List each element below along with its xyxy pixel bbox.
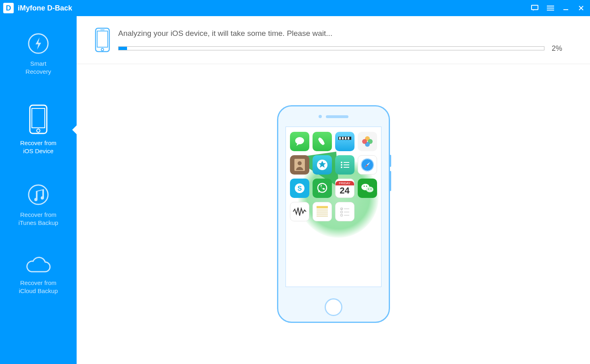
progress-percent: 2%	[552, 44, 568, 53]
svg-rect-46	[317, 206, 328, 208]
close-button[interactable]	[577, 4, 585, 12]
svg-rect-30	[344, 162, 349, 163]
sidebar-item-itunes-backup[interactable]: Recover from iTunes Backup	[0, 179, 77, 231]
feedback-icon[interactable]	[531, 4, 539, 12]
progress-row: 2%	[118, 44, 568, 53]
phone-mini-icon	[95, 27, 110, 54]
svg-point-45	[370, 189, 371, 189]
svg-point-44	[368, 189, 369, 189]
cloud-icon	[25, 256, 52, 276]
skype-app-icon: S	[290, 179, 309, 198]
safari-app-icon	[358, 155, 377, 175]
phone-side-button-icon	[390, 155, 391, 167]
phone-app-icon	[313, 132, 332, 151]
phone-speaker-icon	[278, 106, 389, 127]
menu-icon[interactable]	[546, 4, 555, 12]
progress-column: Analyzing your iOS device, it will take …	[118, 29, 568, 53]
phone-side-button-icon	[390, 171, 391, 191]
svg-point-41	[366, 187, 373, 192]
phone-icon	[29, 104, 48, 136]
svg-rect-34	[344, 167, 349, 168]
sidebar-item-ios-device[interactable]: Recover from iOS Device	[0, 100, 77, 160]
music-note-icon	[27, 183, 50, 208]
svg-rect-0	[532, 5, 538, 10]
phone-screen: S FRIDAY24	[286, 127, 382, 287]
svg-rect-32	[344, 164, 349, 165]
lightning-icon	[27, 32, 50, 56]
svg-rect-20	[345, 137, 346, 139]
home-button-icon	[325, 298, 342, 316]
svg-rect-49	[317, 214, 328, 214]
svg-rect-48	[317, 212, 328, 212]
progress-fill	[119, 47, 127, 50]
app-title: iMyfone D-Back	[18, 4, 72, 12]
svg-point-16	[295, 137, 304, 144]
svg-rect-21	[348, 137, 349, 139]
titlebar: D iMyfone D-Back	[0, 0, 590, 16]
svg-point-27	[298, 161, 302, 165]
svg-point-53	[340, 211, 342, 213]
app-grid: S FRIDAY24	[289, 132, 378, 221]
svg-point-10	[37, 129, 40, 132]
svg-rect-9	[32, 108, 45, 128]
messages-app-icon	[290, 132, 309, 151]
window-controls	[531, 4, 585, 12]
svg-point-31	[341, 164, 342, 166]
progress-bar	[118, 46, 544, 50]
sidebar-item-label: Smart Recovery	[25, 60, 51, 76]
app-window: D iMyfone D-Back Smart R	[0, 0, 590, 364]
svg-rect-54	[344, 212, 349, 212]
reminders-app-icon	[313, 202, 332, 221]
svg-rect-56	[344, 215, 349, 216]
svg-text:S: S	[297, 185, 302, 192]
voice-memos-app-icon	[290, 202, 309, 221]
svg-point-25	[362, 139, 367, 144]
titlebar-left: D iMyfone D-Back	[3, 3, 72, 13]
svg-rect-52	[344, 208, 349, 209]
svg-rect-18	[339, 137, 341, 139]
sidebar-item-smart-recovery[interactable]: Smart Recovery	[0, 28, 77, 80]
svg-rect-19	[342, 137, 344, 139]
body: Smart Recovery Recover from iOS Device R…	[0, 16, 590, 364]
wechat-app-icon	[358, 179, 377, 198]
calendar-day-label: 24	[340, 185, 349, 196]
svg-point-55	[340, 214, 342, 216]
sidebar: Smart Recovery Recover from iOS Device R…	[0, 16, 77, 364]
progress-section: Analyzing your iOS device, it will take …	[77, 16, 590, 64]
svg-point-11	[29, 185, 48, 204]
main-panel: Analyzing your iOS device, it will take …	[77, 16, 590, 364]
svg-point-33	[341, 166, 342, 168]
checklist-app-icon	[335, 202, 354, 221]
minimize-button[interactable]	[562, 4, 570, 12]
appstore-app-icon	[313, 155, 332, 175]
svg-point-43	[366, 186, 367, 187]
contacts-app-icon	[290, 155, 309, 175]
svg-rect-50	[317, 216, 328, 216]
svg-point-42	[363, 186, 365, 187]
phone-illustration: S FRIDAY24	[277, 105, 390, 323]
whatsapp-app-icon	[313, 179, 332, 198]
illustration-area: S FRIDAY24	[77, 64, 590, 364]
svg-rect-47	[317, 210, 328, 210]
app-logo-icon: D	[3, 3, 14, 13]
notes-app-icon	[335, 155, 354, 175]
calendar-app-icon: FRIDAY24	[335, 179, 354, 198]
videos-app-icon	[335, 132, 354, 151]
sidebar-item-label: Recover from iCloud Backup	[19, 279, 58, 295]
photos-app-icon	[358, 132, 377, 151]
status-text: Analyzing your iOS device, it will take …	[118, 29, 568, 38]
svg-point-29	[341, 162, 342, 163]
sidebar-item-label: Recover from iOS Device	[20, 139, 56, 156]
sidebar-item-label: Recover from iTunes Backup	[19, 211, 58, 227]
sidebar-item-icloud-backup[interactable]: Recover from iCloud Backup	[0, 252, 77, 300]
